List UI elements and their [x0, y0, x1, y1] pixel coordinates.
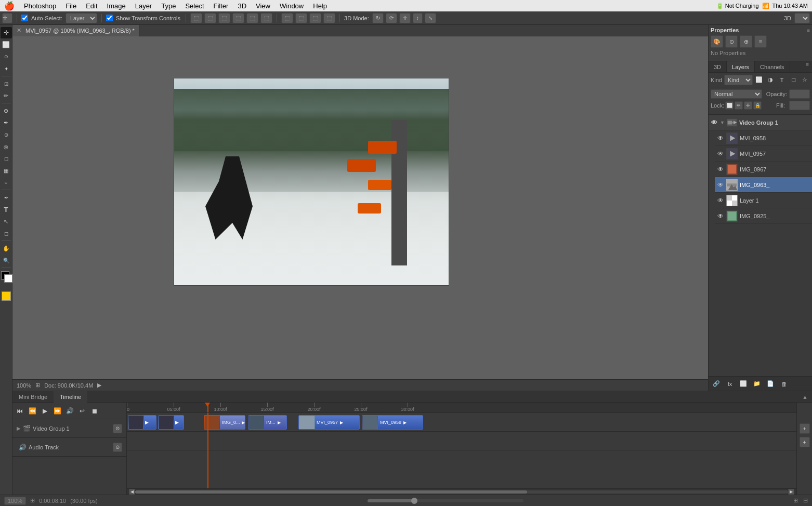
tool-dodge[interactable]: ○	[1, 177, 12, 188]
layer-vis-mvi-0957[interactable]: 👁	[717, 150, 724, 157]
play-btn[interactable]: ▶	[40, 406, 50, 416]
track-options-audio[interactable]: ⊙	[113, 443, 122, 452]
step-forward-btn[interactable]: ⏩	[52, 406, 62, 416]
color-indicator[interactable]	[2, 291, 11, 301]
tool-brush[interactable]: ✒	[1, 117, 12, 128]
properties-icon-4[interactable]: ≡	[754, 35, 767, 48]
scrollbar-track[interactable]	[135, 490, 788, 494]
audio-btn[interactable]: 🔊	[64, 406, 75, 416]
filter-pixel-btn[interactable]: ⬜	[754, 74, 764, 86]
link-layers-btn[interactable]: 🔗	[711, 378, 722, 390]
distribute-btn2[interactable]: ⬚	[295, 13, 307, 23]
tab-close-icon[interactable]: ✕	[17, 27, 21, 34]
lock-pixels-btn[interactable]: ✏	[735, 101, 743, 110]
layer-vis-mvi-0958[interactable]: 👁	[717, 135, 724, 142]
add-audio-btn[interactable]: +	[800, 437, 810, 447]
status-icon-1[interactable]: ⊞	[793, 497, 798, 504]
properties-icon-1[interactable]: 🎨	[711, 35, 723, 48]
properties-icon-2[interactable]: ⊙	[725, 35, 738, 48]
tool-gradient[interactable]: ▦	[1, 165, 12, 176]
distribute-btn3[interactable]: ⬚	[309, 13, 321, 23]
layers-panel-menu[interactable]: ≡	[806, 61, 812, 72]
layer-vis-img-0963[interactable]: 👁	[717, 181, 724, 189]
status-expand-btn[interactable]: ⊞	[30, 497, 35, 504]
layer-vis-layer1[interactable]: 👁	[717, 197, 724, 204]
menu-edit[interactable]: Edit	[82, 1, 101, 11]
filter-adjust-btn[interactable]: ◑	[765, 74, 776, 86]
properties-close[interactable]: ≡	[807, 28, 810, 33]
fill-input[interactable]: 100%	[789, 101, 810, 110]
scroll-left-btn[interactable]: ◀	[129, 489, 135, 495]
step-back-btn[interactable]: ⏪	[27, 406, 37, 416]
render-btn[interactable]: ◼	[89, 406, 100, 416]
clip-img-0[interactable]: IMG_0... ▶	[204, 415, 245, 430]
go-start-btn[interactable]: ⏮	[15, 406, 25, 416]
tool-eraser[interactable]: ◻	[1, 153, 12, 164]
add-mask-btn[interactable]: ⬜	[738, 378, 749, 390]
loop-btn[interactable]: ↩	[77, 406, 87, 416]
opacity-input[interactable]: 100%	[789, 89, 810, 99]
time-scrubber[interactable]	[368, 499, 523, 502]
menu-help[interactable]: Help	[309, 1, 331, 11]
add-track-btn[interactable]: +	[800, 423, 810, 434]
delete-layer-btn[interactable]: 🗑	[778, 378, 790, 390]
filter-smart-btn[interactable]: ☆	[800, 74, 810, 86]
3d-mode-select[interactable]: 3D	[794, 13, 810, 23]
tool-eyedropper[interactable]: ✏	[1, 90, 12, 101]
menu-select[interactable]: Select	[181, 1, 208, 11]
tab-channels[interactable]: Channels	[755, 61, 790, 72]
tool-history[interactable]: ◎	[1, 141, 12, 152]
tab-layers[interactable]: Layers	[727, 61, 755, 72]
tool-lasso[interactable]: ⊙	[1, 51, 12, 62]
menu-window[interactable]: Window	[276, 1, 308, 11]
tab-3d[interactable]: 3D	[709, 61, 727, 72]
slide-3d-btn[interactable]: ↕	[413, 13, 423, 23]
tool-type[interactable]: T	[1, 204, 12, 215]
apple-menu[interactable]: 🍎	[4, 1, 15, 11]
properties-icon-3[interactable]: ⊕	[740, 35, 752, 48]
layer-vis-video-group[interactable]: 👁	[711, 119, 718, 126]
menu-image[interactable]: Image	[103, 1, 130, 11]
align-top-btn[interactable]: ⬚	[232, 13, 244, 23]
scrollbar-thumb[interactable]	[135, 490, 527, 494]
timeline-scrollbar[interactable]: ◀ ▶	[127, 488, 796, 495]
tool-rect-select[interactable]: ⬜	[1, 39, 12, 50]
filter-shape-btn[interactable]: ◻	[788, 74, 798, 86]
transform-checkbox[interactable]	[106, 15, 113, 21]
layer-item-img-0967[interactable]: 👁 IMG_0967	[715, 162, 812, 177]
align-bottom-btn[interactable]: ⬚	[260, 13, 272, 23]
menu-file[interactable]: File	[61, 1, 81, 11]
menu-type[interactable]: Type	[157, 1, 180, 11]
tool-shape[interactable]: ◻	[1, 228, 12, 239]
move-tool-btn[interactable]: ✛	[2, 13, 12, 23]
align-left-btn[interactable]: ⬚	[190, 13, 202, 23]
tab-mini-bridge[interactable]: Mini Bridge	[12, 391, 54, 403]
new-group-btn[interactable]: 📁	[751, 378, 763, 390]
layer-arrow-video-group[interactable]: ▼	[720, 120, 725, 125]
clip-2[interactable]: ▶	[158, 415, 184, 430]
menu-view[interactable]: View	[252, 1, 274, 11]
bottom-panel-close[interactable]: ▲	[798, 394, 812, 400]
align-right-btn[interactable]: ⬚	[218, 13, 230, 23]
align-vcenter-btn[interactable]: ⬚	[246, 13, 258, 23]
layer-item-img-0925[interactable]: 👁 IMG_0925_	[715, 208, 812, 224]
layer-item-mvi-0957[interactable]: 👁 MVI_0957	[715, 146, 812, 162]
scroll-right-btn[interactable]: ▶	[788, 489, 794, 495]
layer-item-img-0963[interactable]: 👁 IMG_0963_	[715, 177, 812, 193]
scale-3d-btn[interactable]: ⤡	[425, 13, 436, 23]
tool-clone[interactable]: ⊙	[1, 129, 12, 140]
clip-im[interactable]: IM... ▶	[248, 415, 287, 430]
menu-filter[interactable]: Filter	[209, 1, 233, 11]
new-layer-btn[interactable]: 📄	[765, 378, 776, 390]
distribute-btn4[interactable]: ⬚	[323, 13, 335, 23]
menu-3d[interactable]: 3D	[233, 1, 251, 11]
tool-healing[interactable]: ⊕	[1, 105, 12, 116]
track-arrow-video[interactable]: ▶	[17, 425, 21, 431]
layer-kind-select[interactable]: Kind	[724, 75, 753, 85]
status-scrubber[interactable]	[102, 499, 789, 502]
clip-mvi-0957[interactable]: MVI_0957 ▶	[298, 415, 360, 430]
auto-select-dropdown[interactable]: Layer Group	[66, 13, 97, 23]
track-options-video[interactable]: ⊙	[113, 424, 122, 433]
blend-mode-select[interactable]: Normal	[711, 89, 762, 99]
scrubber-handle[interactable]	[411, 498, 417, 504]
